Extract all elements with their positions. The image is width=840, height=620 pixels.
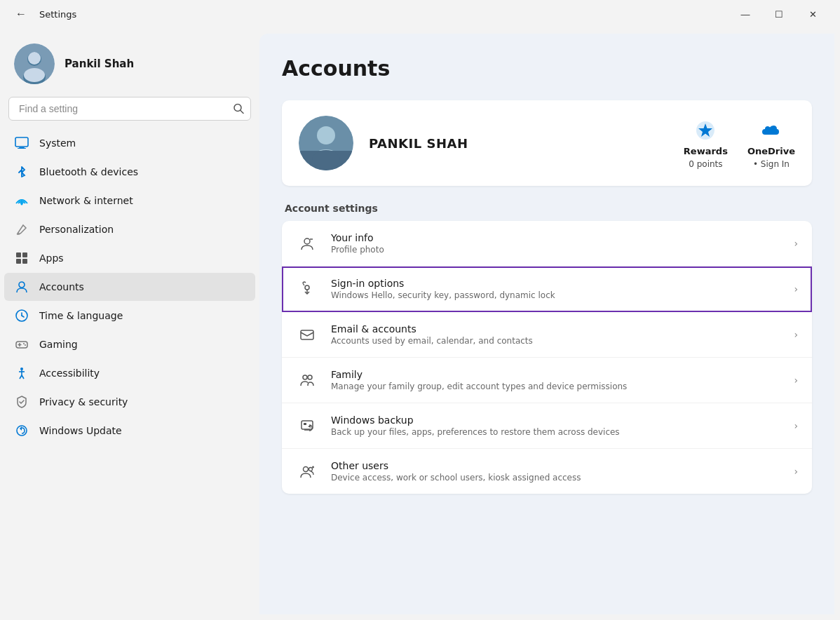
sidebar-profile: Pankil Shah — [0, 36, 259, 97]
app-title: Settings — [39, 9, 76, 20]
your-info-chevron: › — [794, 238, 798, 249]
signin-options-text: Sign-in options Windows Hello, security … — [331, 278, 781, 300]
apps-icon — [14, 250, 29, 266]
sidebar-item-label: Apps — [39, 252, 64, 264]
svg-rect-7 — [15, 137, 28, 147]
sidebar-item-label: Windows Update — [39, 425, 122, 436]
page-title: Accounts — [282, 56, 812, 81]
your-info-icon — [296, 232, 318, 255]
settings-item-signin-options[interactable]: Sign-in options Windows Hello, security … — [282, 267, 812, 312]
svg-marker-28 — [20, 426, 22, 431]
svg-point-24 — [25, 344, 26, 346]
settings-item-other-users[interactable]: Other users Device access, work or schoo… — [282, 449, 812, 494]
svg-point-3 — [28, 52, 41, 65]
profile-card: PANKIL SHAH Rewards 0 points — [282, 100, 812, 186]
sidebar-nav: System Bluetooth & devices Network & int… — [0, 129, 259, 445]
svg-rect-9 — [18, 148, 26, 149]
settings-item-email-accounts[interactable]: Email & accounts Accounts used by email,… — [282, 312, 812, 358]
svg-point-46 — [304, 467, 309, 472]
close-button[interactable]: ✕ — [797, 3, 829, 25]
back-button[interactable]: ← — [11, 4, 31, 24]
windows-backup-text: Windows backup Back up your files, apps,… — [331, 415, 781, 437]
sidebar-item-time[interactable]: Time & language — [4, 302, 255, 330]
svg-rect-12 — [16, 252, 21, 257]
profile-card-name: PANKIL SHAH — [369, 136, 668, 151]
rewards-label: Rewards — [684, 146, 728, 156]
your-info-title: Your info — [331, 232, 781, 243]
search-icon — [233, 104, 244, 114]
svg-point-47 — [309, 468, 313, 471]
sidebar-item-label: Gaming — [39, 339, 78, 350]
other-users-chevron: › — [794, 466, 798, 477]
sidebar-item-gaming[interactable]: Gaming — [4, 330, 255, 358]
accessibility-icon — [14, 365, 29, 381]
sidebar-item-accessibility[interactable]: Accessibility — [4, 359, 255, 387]
search-icon-button[interactable] — [233, 104, 244, 114]
search-input[interactable] — [8, 97, 251, 121]
settings-list: Your info Profile photo › Sign-in option… — [282, 221, 812, 494]
accounts-icon — [14, 279, 29, 295]
svg-point-16 — [19, 282, 25, 288]
svg-point-4 — [24, 68, 45, 82]
sidebar-profile-name: Pankil Shah — [65, 58, 134, 70]
main-content: Accounts PANKIL SHAH — [259, 34, 834, 614]
bluetooth-icon — [14, 164, 29, 180]
svg-rect-39 — [301, 330, 313, 339]
svg-point-33 — [312, 150, 340, 168]
svg-point-23 — [23, 343, 25, 344]
onedrive-icon — [759, 118, 784, 143]
avatar — [14, 43, 55, 84]
network-icon — [14, 193, 29, 208]
settings-item-family[interactable]: Family Manage your family group, edit ac… — [282, 358, 812, 403]
signin-options-icon — [296, 278, 318, 300]
svg-point-40 — [303, 375, 307, 379]
title-bar: ← Settings — ☐ ✕ — [0, 0, 840, 28]
title-bar-left: ← Settings — [11, 4, 76, 24]
onedrive-label: OneDrive — [747, 146, 795, 156]
sidebar-item-label: Accessibility — [39, 368, 100, 379]
sidebar-item-accounts[interactable]: Accounts — [4, 273, 255, 301]
email-accounts-chevron: › — [794, 329, 798, 340]
settings-item-windows-backup[interactable]: Windows backup Back up your files, apps,… — [282, 403, 812, 449]
sidebar: Pankil Shah System Bluetooth & devices N… — [0, 28, 259, 620]
your-info-desc: Profile photo — [331, 245, 781, 255]
signin-options-title: Sign-in options — [331, 278, 781, 289]
sidebar-item-privacy[interactable]: Privacy & security — [4, 388, 255, 416]
time-icon — [14, 308, 29, 323]
app-body: Pankil Shah System Bluetooth & devices N… — [0, 28, 840, 620]
svg-line-6 — [241, 111, 243, 114]
windows-backup-chevron: › — [794, 420, 798, 431]
family-title: Family — [331, 369, 781, 380]
sidebar-item-label: System — [39, 137, 76, 149]
maximize-button[interactable]: ☐ — [763, 3, 795, 25]
personalization-icon — [14, 222, 29, 237]
rewards-action[interactable]: Rewards 0 points — [684, 118, 728, 169]
other-users-title: Other users — [331, 460, 781, 471]
profile-card-actions: Rewards 0 points OneDrive • Sign In — [684, 118, 795, 169]
sidebar-item-network[interactable]: Network & internet — [4, 187, 255, 215]
onedrive-action[interactable]: OneDrive • Sign In — [747, 118, 795, 169]
minimize-button[interactable]: — — [729, 3, 761, 25]
sidebar-item-label: Privacy & security — [39, 396, 128, 407]
section-label: Account settings — [282, 203, 812, 214]
settings-item-your-info[interactable]: Your info Profile photo › — [282, 221, 812, 267]
sidebar-item-system[interactable]: System — [4, 129, 255, 157]
svg-rect-15 — [22, 259, 27, 264]
email-accounts-text: Email & accounts Accounts used by email,… — [331, 323, 781, 346]
sidebar-item-bluetooth[interactable]: Bluetooth & devices — [4, 158, 255, 186]
sidebar-item-update[interactable]: Windows Update — [4, 417, 255, 445]
sidebar-item-personalization[interactable]: Personalization — [4, 215, 255, 243]
email-accounts-desc: Accounts used by email, calendar, and co… — [331, 336, 781, 346]
system-icon — [14, 135, 29, 151]
update-icon — [14, 423, 29, 438]
rewards-points: 0 points — [689, 159, 722, 169]
sidebar-item-label: Bluetooth & devices — [39, 166, 138, 177]
sidebar-item-apps[interactable]: Apps — [4, 244, 255, 272]
gaming-icon — [14, 337, 29, 352]
svg-point-36 — [304, 238, 310, 244]
email-accounts-title: Email & accounts — [331, 323, 781, 335]
svg-point-10 — [21, 203, 23, 205]
other-users-text: Other users Device access, work or schoo… — [331, 460, 781, 483]
svg-point-38 — [305, 285, 309, 290]
svg-rect-13 — [22, 252, 27, 257]
